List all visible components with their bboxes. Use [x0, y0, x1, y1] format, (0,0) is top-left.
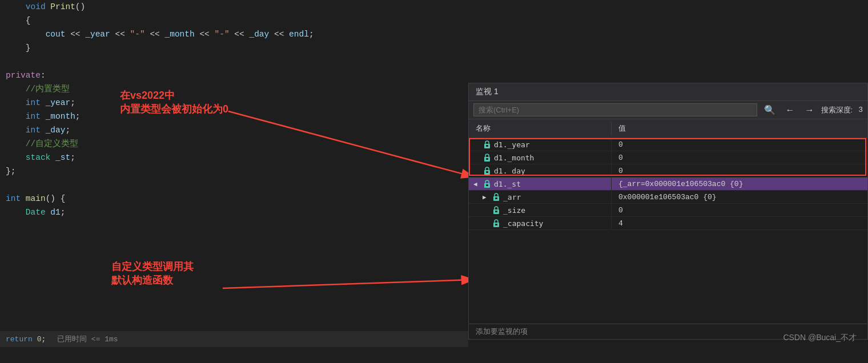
lock-icon-d1-day	[483, 166, 492, 175]
annotation-builtin-line2: 内置类型会被初始化为0	[120, 102, 228, 116]
annotation-builtin: 在vs2022中 内置类型会被初始化为0	[120, 88, 228, 116]
code-line-12: stack _st;	[0, 151, 468, 164]
code-line-1: void Print()	[0, 0, 468, 14]
watch-cell-value-size: 0	[612, 205, 867, 216]
watch-cell-name-d1-month: d1._month	[469, 151, 612, 164]
svg-rect-6	[486, 158, 488, 160]
return-statement: return 0; 已用时间 <= 1ms	[6, 334, 118, 344]
watch-cell-name-d1-year: d1._year	[469, 138, 612, 151]
code-line-11: //自定义类型	[0, 137, 468, 151]
depth-value: 3	[858, 106, 863, 114]
code-line-13: };	[0, 164, 468, 178]
watch-toolbar: 🔍 ← → 搜索深度: 3	[469, 101, 867, 119]
lock-icon-d1-st	[483, 179, 492, 188]
code-line-10: int _day;	[0, 123, 468, 137]
code-line-3: cout << _year << "-" << _month << "-" <<…	[0, 27, 468, 41]
watch-row-d1-month[interactable]: d1._month 0	[469, 151, 867, 164]
watch-cell-value-arr: 0x000001e106503ac0 {0}	[612, 192, 867, 203]
watch-row-d1-st[interactable]: ◀ d1._st {_arr=0x000001e106503ac0 {0}	[469, 178, 867, 191]
svg-rect-12	[495, 197, 497, 199]
watch-title: 监视 1	[469, 83, 867, 101]
svg-rect-8	[486, 171, 488, 173]
watch-column-headers: 名称 值	[469, 119, 867, 138]
svg-rect-4	[486, 145, 488, 147]
code-line-8: int _year;	[0, 96, 468, 110]
watch-panel: 监视 1 🔍 ← → 搜索深度: 3 名称 值 d1._year	[468, 83, 868, 340]
nav-forward-button[interactable]: →	[802, 104, 818, 116]
annotation-custom-line2: 默认构造函数	[111, 273, 194, 287]
code-line-2: {	[0, 14, 468, 27]
depth-label: 搜索深度:	[821, 105, 853, 115]
watch-cell-value-capacity: 4	[612, 218, 867, 229]
watch-cell-value-d1-year: 0	[612, 139, 867, 150]
watch-cell-name-arr: ▶ _arr	[469, 191, 612, 203]
watch-cell-name-d1-day: d1._day	[469, 164, 612, 177]
code-line-14	[0, 178, 468, 192]
code-line-15: int main() {	[0, 192, 468, 205]
code-line-4: }	[0, 41, 468, 55]
code-bottom-bar: return 0; 已用时间 <= 1ms	[0, 331, 468, 347]
watch-cell-name-d1-st: ◀ d1._st	[469, 178, 612, 190]
watch-cell-name-capacity: _capacity	[469, 217, 612, 229]
col-value-header: 值	[612, 122, 633, 135]
code-line-7: //内置类型	[0, 82, 468, 96]
search-button[interactable]: 🔍	[761, 103, 779, 116]
svg-rect-16	[495, 224, 497, 225]
code-line-9: int _month;	[0, 110, 468, 123]
watch-table: d1._year 0 d1._month 0	[469, 138, 867, 324]
lock-icon-size	[492, 205, 501, 215]
lock-icon-d1-month	[483, 153, 492, 162]
lock-icon-capacity	[492, 219, 501, 228]
nav-back-button[interactable]: ←	[782, 104, 798, 116]
watch-row-arr[interactable]: ▶ _arr 0x000001e106503ac0 {0}	[469, 191, 867, 204]
watch-row-size[interactable]: _size 0	[469, 204, 867, 217]
annotation-builtin-line1: 在vs2022中	[120, 88, 228, 102]
col-name-header: 名称	[469, 122, 612, 135]
watch-cell-value-d1-st: {_arr=0x000001e106503ac0 {0}	[612, 179, 867, 189]
watch-row-capacity[interactable]: _capacity 4	[469, 217, 867, 230]
lock-icon-d1-year	[483, 140, 492, 149]
code-line-16: Date d1;	[0, 205, 468, 219]
watch-row-d1-day[interactable]: d1._day 0	[469, 164, 867, 178]
svg-rect-14	[495, 211, 497, 212]
csdn-watermark: CSDN @Bucai_不才	[783, 333, 857, 343]
search-input[interactable]	[473, 103, 757, 116]
annotation-custom: 自定义类型调用其 默认构造函数	[111, 260, 194, 287]
watch-cell-value-d1-day: 0	[612, 166, 867, 176]
annotation-custom-line1: 自定义类型调用其	[111, 260, 194, 273]
code-line-6: private:	[0, 68, 468, 82]
watch-cell-name-size: _size	[469, 204, 612, 216]
svg-rect-10	[486, 184, 488, 186]
watch-cell-value-d1-month: 0	[612, 152, 867, 163]
code-line-5	[0, 55, 468, 68]
code-editor: void Print() { cout << _year << "-" << _…	[0, 0, 468, 363]
watch-row-d1-year[interactable]: d1._year 0	[469, 138, 867, 151]
lock-icon-arr	[492, 192, 501, 201]
